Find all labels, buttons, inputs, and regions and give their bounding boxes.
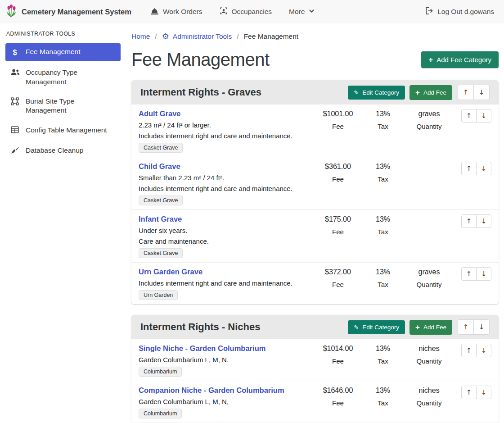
sidebar-heading: ADMINISTRATOR TOOLS [6,31,120,37]
sign-out-icon [425,7,433,17]
tulip-logo-icon [5,4,17,19]
fee-reorder-group: ↑ ↓ [461,267,491,281]
tax-value: 13% [376,162,390,171]
category-title: Interment Rights - Niches [140,321,343,333]
app-title: Cemetery Management System [22,8,131,16]
fee-row-companion-niche: Companion Niche - Garden Columbarium Gar… [131,381,499,423]
move-up-button[interactable]: ↑ [461,386,477,399]
quantity-value: graves [418,109,440,118]
fee-category-card-graves: Interment Rights - Graves ✎ Edit Categor… [131,80,499,304]
quantity-value: niches [418,386,439,395]
dollar-icon: $ [10,48,20,57]
move-up-button[interactable]: ↑ [461,162,477,175]
tax-value: 13% [376,215,390,224]
move-down-button[interactable]: ↓ [476,386,491,399]
fee-row-infant-grave: Infant Grave Under six years. Care and m… [131,209,499,262]
category-header: Interment Rights - Niches ✎ Edit Categor… [131,315,499,339]
category-title: Interment Rights - Graves [140,86,343,98]
quantity-value: niches [418,344,439,353]
breadcrumb-current: Fee Management [244,32,299,41]
top-navbar: Cemetery Management System Work Orders O… [0,0,504,23]
fee-row-single-niche: Single Niche - Garden Columbarium Garden… [131,339,499,381]
add-fee-button[interactable]: + Add Fee [410,320,452,335]
fee-amount: $372.00 [325,268,351,277]
broom-icon [10,146,20,156]
fee-amount: $361.00 [325,162,351,171]
move-up-button[interactable]: ↑ [461,344,477,357]
move-up-button[interactable]: ↑ [461,267,477,281]
tax-value: 13% [376,268,390,277]
add-fee-button[interactable]: + Add Fee [410,85,452,100]
move-up-button[interactable]: ↑ [461,109,477,123]
main-nav: Work Orders Occupancies More [150,7,315,17]
fee-type-badge: Casket Grave [139,196,183,205]
fee-name-link[interactable]: Single Niche - Garden Columbarium [139,344,310,353]
fee-name-link[interactable]: Child Grave [139,162,310,171]
category-header: Interment Rights - Graves ✎ Edit Categor… [131,80,499,105]
nav-occupancies[interactable]: Occupancies [220,7,272,17]
move-down-button[interactable]: ↓ [476,109,491,123]
move-down-button[interactable]: ↓ [476,344,491,357]
fee-type-badge: Casket Grave [139,143,183,153]
fee-name-link[interactable]: Urn Garden Grave [139,267,310,277]
fee-reorder-group: ↑ ↓ [461,214,491,228]
fee-type-badge: Columbarium [139,367,182,377]
plus-icon: + [415,89,420,96]
move-down-button[interactable]: ↓ [476,214,491,228]
move-down-button[interactable]: ↓ [473,85,490,100]
breadcrumb-home[interactable]: Home [131,32,150,41]
sidebar: ADMINISTRATOR TOOLS $ Fee Management Occ… [0,23,126,423]
fee-category-card-niches: Interment Rights - Niches ✎ Edit Categor… [131,315,499,423]
move-up-button[interactable]: ↑ [458,85,474,100]
sidebar-item-fee-management[interactable]: $ Fee Management [5,43,121,61]
fee-reorder-group: ↑ ↓ [461,386,491,399]
tax-value: 13% [376,344,390,353]
fee-row-adult-grave: Adult Grave 2.23 m² / 24 ft² or larger. … [131,105,499,157]
fee-reorder-group: ↑ ↓ [461,344,491,357]
move-up-button[interactable]: ↑ [461,214,477,228]
fee-name-link[interactable]: Companion Niche - Garden Columbarium [139,386,310,395]
move-down-button[interactable]: ↓ [476,162,491,175]
fee-type-badge: Casket Grave [139,248,183,258]
fee-row-urn-garden-grave: Urn Garden Grave Includes interment righ… [131,262,499,304]
logout-link[interactable]: Log Out d.gowans [425,7,494,17]
sidebar-item-config-table[interactable]: Config Table Management [5,122,121,139]
add-fee-category-button[interactable]: + Add Fee Category [421,51,499,68]
sidebar-item-burial-site-type[interactable]: Burial Site Type Management [5,93,121,119]
tax-value: 13% [376,109,390,118]
nav-work-orders[interactable]: Work Orders [150,7,202,17]
chevron-down-icon [309,8,315,16]
edit-category-button[interactable]: ✎ Edit Category [348,320,405,334]
vector-square-icon [10,97,20,108]
fee-type-badge: Columbarium [139,409,182,418]
plus-icon: + [428,56,433,64]
hard-hat-icon [150,7,159,17]
occupancy-frame-icon [220,7,228,17]
sidebar-item-occupancy-type[interactable]: Occupancy Type Management [5,64,121,90]
category-reorder-group: ↑ ↓ [458,319,490,335]
page-title: Fee Management [131,49,270,70]
fee-amount: $1646.00 [323,386,353,395]
fee-amount: $1001.00 [323,109,353,118]
fee-reorder-group: ↑ ↓ [461,109,491,123]
move-down-button[interactable]: ↓ [473,319,490,335]
pencil-icon: ✎ [354,90,359,96]
breadcrumb: Home / ⚙ Administrator Tools / Fee Manag… [131,32,499,41]
edit-category-button[interactable]: ✎ Edit Category [348,86,405,100]
gear-icon: ⚙ [162,32,169,41]
fee-type-badge: Urn Garden [139,290,178,300]
fee-name-link[interactable]: Infant Grave [139,214,310,224]
move-down-button[interactable]: ↓ [476,267,491,281]
plus-icon: + [415,323,420,331]
quantity-value: graves [418,268,440,277]
move-up-button[interactable]: ↑ [458,319,474,335]
fee-amount: $1014.00 [323,344,353,353]
sidebar-item-database-cleanup[interactable]: Database Cleanup [5,142,121,160]
fee-name-link[interactable]: Adult Grave [139,109,310,118]
app-brand: Cemetery Management System [5,4,131,19]
main-content: Home / ⚙ Administrator Tools / Fee Manag… [126,23,504,423]
breadcrumb-admin-tools[interactable]: ⚙ Administrator Tools [162,32,232,41]
tax-value: 13% [376,386,390,395]
nav-more[interactable]: More [289,8,315,16]
users-icon [10,68,20,78]
